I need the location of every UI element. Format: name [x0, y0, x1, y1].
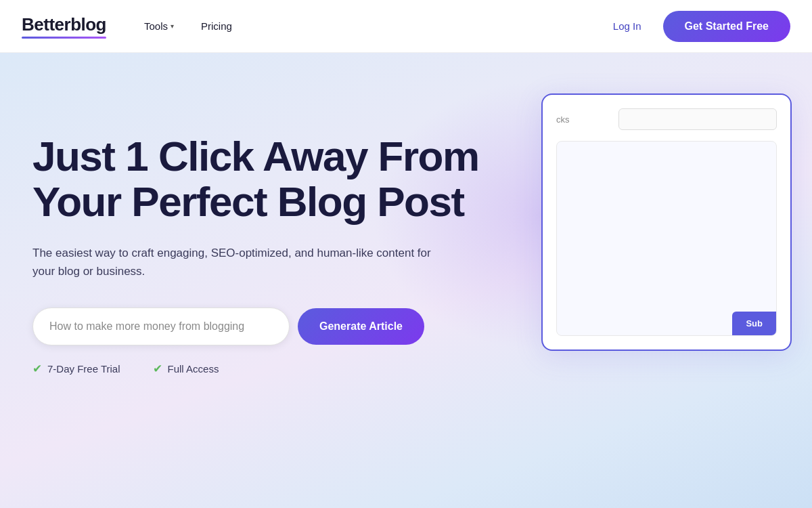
- card-inner: cks Sub: [543, 95, 790, 350]
- logo[interactable]: Betterblog: [22, 14, 106, 39]
- demo-card: cks Sub: [541, 93, 792, 351]
- chevron-down-icon: ▾: [171, 22, 174, 30]
- card-content-area: Sub: [556, 141, 777, 336]
- nav-actions: Log In Get Started Free: [602, 11, 790, 42]
- card-row: cks: [556, 108, 777, 130]
- hero-input-row: Generate Article: [32, 308, 493, 345]
- nav-pricing[interactable]: Pricing: [190, 15, 243, 37]
- topic-input[interactable]: [32, 308, 290, 345]
- login-button[interactable]: Log In: [602, 15, 652, 37]
- nav-tools[interactable]: Tools ▾: [133, 15, 185, 37]
- nav-links: Tools ▾ Pricing: [133, 15, 602, 37]
- hero-subtitle: The easiest way to craft engaging, SEO-o…: [32, 244, 438, 280]
- hero-section: Just 1 Click Away From Your Perfect Blog…: [0, 53, 812, 508]
- hero-content: Just 1 Click Away From Your Perfect Blog…: [32, 107, 493, 376]
- hero-headline: Just 1 Click Away From Your Perfect Blog…: [32, 134, 493, 225]
- check-icon-access: ✔: [153, 362, 162, 376]
- generate-article-button[interactable]: Generate Article: [298, 308, 424, 345]
- get-started-button[interactable]: Get Started Free: [663, 11, 790, 42]
- badge-trial: ✔ 7-Day Free Trial: [32, 362, 120, 376]
- card-input-mock: [618, 108, 777, 130]
- navbar: Betterblog Tools ▾ Pricing Log In Get St…: [0, 0, 812, 53]
- badge-access: ✔ Full Access: [153, 362, 219, 376]
- check-icon-trial: ✔: [32, 362, 42, 376]
- card-label: cks: [556, 114, 610, 125]
- hero-badges: ✔ 7-Day Free Trial ✔ Full Access: [32, 362, 493, 376]
- card-submit-button[interactable]: Sub: [732, 312, 776, 335]
